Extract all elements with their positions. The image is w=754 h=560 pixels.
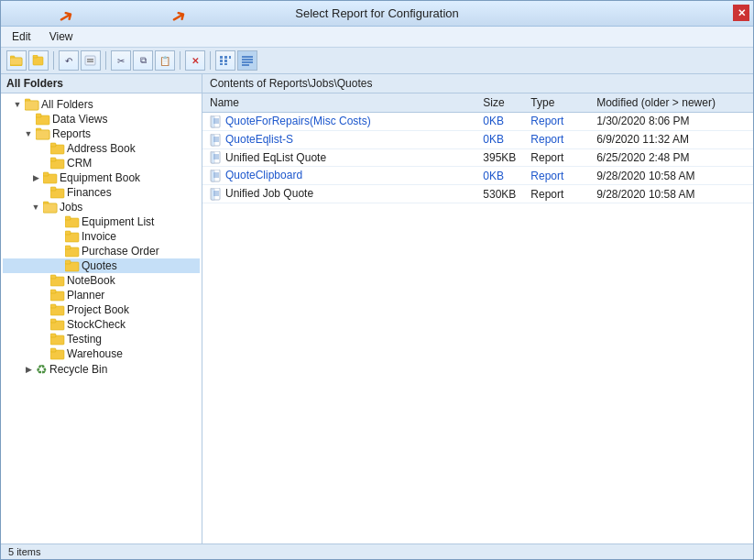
tree-item-jobs[interactable]: ▼ Jobs: [3, 200, 200, 214]
tree-item-all-folders[interactable]: ▼ All Folders: [3, 97, 200, 112]
toggle-all-folders[interactable]: ▼: [12, 99, 23, 110]
toolbar-sep-1: [53, 51, 54, 70]
table-row[interactable]: Unified EqList Quote395KBReport6/25/2020…: [202, 148, 753, 167]
tree-label-all-folders: All Folders: [41, 98, 93, 111]
file-name-link[interactable]: QuoteClipboard: [225, 169, 302, 181]
main-window: ➜ ➜ Select Report for Configuration ✕ Ed…: [0, 0, 754, 560]
toggle-crm[interactable]: [38, 158, 49, 169]
toggle-planner[interactable]: [38, 290, 49, 301]
tree-label-data-views: Data Views: [52, 113, 107, 126]
tree-label-quotes: Quotes: [82, 259, 117, 272]
toggle-notebook[interactable]: [38, 275, 49, 286]
delete-button[interactable]: ✕: [185, 50, 205, 71]
folder-icon-jobs: [43, 201, 58, 214]
table-header-row: Name Size Type Modified (older > newer): [202, 93, 753, 113]
menu-view[interactable]: View: [46, 28, 77, 45]
toggle-reports[interactable]: ▼: [23, 128, 34, 139]
tree-item-warehouse[interactable]: Warehouse: [3, 346, 200, 361]
arrow-right-icon: ➜: [166, 3, 191, 29]
col-type[interactable]: Type: [523, 93, 589, 113]
col-modified[interactable]: Modified (older > newer): [589, 93, 753, 113]
file-size-cell: 0KB: [475, 113, 523, 131]
svg-rect-11: [224, 56, 227, 59]
svg-rect-17: [242, 61, 253, 63]
file-name-cell[interactable]: Unified Job Quote: [202, 185, 475, 203]
svg-rect-34: [50, 187, 56, 191]
tree-item-crm[interactable]: CRM: [3, 156, 200, 170]
paste-button[interactable]: 📋: [155, 50, 175, 71]
tree-item-recycle-bin[interactable]: ▶ ♻ Recycle Bin: [3, 361, 200, 378]
menu-edit[interactable]: Edit: [8, 28, 35, 45]
cut-button[interactable]: ✂: [111, 50, 131, 71]
toggle-testing[interactable]: [38, 334, 49, 345]
toggle-recycle-bin[interactable]: ▶: [23, 364, 34, 375]
col-name[interactable]: Name: [202, 93, 475, 113]
file-modified-cell: 6/9/2020 11:32 AM: [589, 130, 753, 148]
toggle-jobs[interactable]: ▼: [30, 202, 41, 213]
file-modified-cell: 1/30/2020 8:06 PM: [589, 113, 753, 131]
toggle-project-book[interactable]: [38, 304, 49, 315]
open-button[interactable]: [28, 50, 49, 71]
toggle-purchase-order[interactable]: [52, 246, 63, 257]
copy-button[interactable]: ⧉: [133, 50, 153, 71]
file-modified-cell: 9/28/2020 10:58 AM: [589, 185, 753, 203]
table-row[interactable]: QuoteEqlist-S0KBReport6/9/2020 11:32 AM: [202, 130, 753, 148]
toggle-warehouse[interactable]: [38, 348, 49, 359]
tree-item-address-book[interactable]: Address Book: [3, 141, 200, 156]
toggle-quotes[interactable]: [52, 260, 63, 271]
tree-item-notebook[interactable]: NoteBook: [3, 273, 200, 288]
file-name-link[interactable]: QuoteForRepairs(Misc Costs): [225, 115, 371, 127]
svg-rect-57: [50, 348, 56, 352]
file-name-link[interactable]: QuoteEqlist-S: [225, 133, 293, 146]
report-icon: [210, 187, 225, 200]
table-row[interactable]: QuoteForRepairs(Misc Costs)0KBReport1/30…: [202, 113, 753, 131]
tree-item-invoice[interactable]: Invoice: [3, 229, 200, 244]
toggle-finances[interactable]: [38, 187, 49, 198]
tree-item-quotes[interactable]: Quotes: [3, 258, 200, 273]
file-name-cell[interactable]: QuoteEqlist-S: [202, 130, 475, 148]
back-button[interactable]: ↶: [59, 50, 79, 71]
list-view-button[interactable]: [215, 50, 235, 71]
tree-item-purchase-order[interactable]: Purchase Order: [3, 244, 200, 258]
file-name-cell[interactable]: QuoteClipboard: [202, 167, 475, 185]
svg-rect-26: [36, 130, 49, 139]
toolbar: ↶ ✂ ⧉ 📋 ✕: [1, 48, 753, 74]
tree-item-data-views[interactable]: Data Views: [3, 112, 200, 126]
report-table: Name Size Type Modified (older > newer) …: [202, 93, 753, 203]
table-row[interactable]: QuoteClipboard0KBReport9/28/2020 10:58 A…: [202, 167, 753, 185]
tree-item-equipment-list[interactable]: Equipment List: [3, 214, 200, 229]
svg-rect-15: [242, 56, 253, 58]
col-size[interactable]: Size: [475, 93, 523, 113]
folder-icon-all-folders: [25, 98, 39, 111]
toggle-data-views[interactable]: [23, 114, 34, 125]
svg-rect-3: [33, 57, 43, 65]
file-name-cell[interactable]: Unified EqList Quote: [202, 148, 475, 167]
file-name-text: Unified EqList Quote: [225, 151, 326, 164]
toolbar-sep-2: [105, 51, 106, 70]
file-name-cell[interactable]: QuoteForRepairs(Misc Costs): [202, 113, 475, 131]
toggle-address-book[interactable]: [38, 143, 49, 154]
tree-label-jobs: Jobs: [60, 201, 82, 214]
tree-item-planner[interactable]: Planner: [3, 288, 200, 302]
toggle-equipment-list[interactable]: [52, 216, 63, 227]
folder-icon-finances: [50, 186, 65, 199]
svg-rect-32: [43, 172, 49, 176]
tree-item-stockcheck[interactable]: StockCheck: [3, 317, 200, 332]
tree-item-project-book[interactable]: Project Book: [3, 302, 200, 317]
path-bar: Contents of Reports\Jobs\Quotes: [202, 74, 753, 93]
open-folder-button[interactable]: [6, 50, 27, 71]
table-row[interactable]: Unified Job Quote530KBReport9/28/2020 10…: [202, 185, 753, 203]
toggle-stockcheck[interactable]: [38, 319, 49, 330]
tree-item-equipment-book[interactable]: ▶ Equipment Book: [3, 170, 200, 185]
folder-icon-project-book: [50, 303, 65, 316]
detail-view-button[interactable]: [237, 50, 257, 71]
toggle-invoice[interactable]: [52, 231, 63, 242]
toggle-equipment-book[interactable]: ▶: [30, 172, 41, 183]
tree-item-finances[interactable]: Finances: [3, 185, 200, 200]
tree-label-purchase-order: Purchase Order: [82, 245, 159, 258]
tree-item-testing[interactable]: Testing: [3, 332, 200, 346]
svg-rect-79: [212, 189, 214, 200]
forward-button[interactable]: [81, 50, 101, 71]
tree-item-reports[interactable]: ▼ Reports: [3, 126, 200, 141]
close-button[interactable]: ✕: [733, 5, 749, 21]
